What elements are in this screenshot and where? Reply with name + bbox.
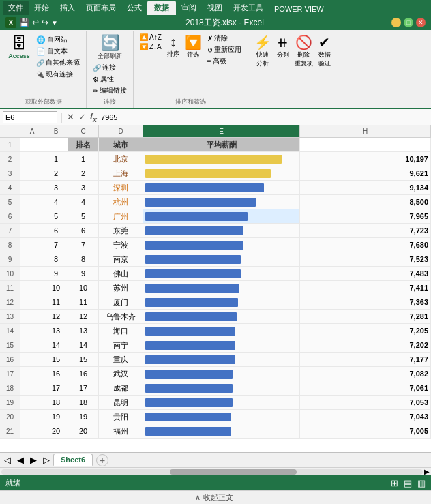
cell-e-salary-bar[interactable] — [143, 267, 300, 280]
tab-developer[interactable]: 开发工具 — [228, 1, 269, 15]
cell-h-salary-val[interactable]: 7,363 — [300, 295, 431, 309]
cell-a[interactable] — [20, 396, 44, 409]
cell-c-rank[interactable]: 9 — [68, 267, 99, 280]
cell-d-city[interactable]: 上海 — [99, 166, 143, 180]
cell-e-salary-bar[interactable] — [143, 295, 300, 309]
maximize-button[interactable]: □ — [404, 18, 413, 27]
cell-h-salary-val[interactable]: 7,281 — [300, 310, 431, 323]
cancel-formula-button[interactable]: ✕ — [65, 112, 76, 122]
col-header-c[interactable]: C — [68, 125, 99, 137]
cell-d-city[interactable]: 广州 — [99, 209, 143, 223]
cell-d-city[interactable]: 深圳 — [99, 181, 143, 194]
existing-connection-button[interactable]: 🔌 现有连接 — [34, 69, 82, 80]
cell-h-salary-val[interactable]: 9,134 — [300, 181, 431, 194]
connect-button[interactable]: 🔗 连接 — [91, 62, 129, 73]
properties-button[interactable]: ⚙ 属性 — [91, 74, 129, 85]
cell-e-salary-bar[interactable] — [143, 396, 300, 409]
sort-za-button[interactable]: 🔽 Z↓A — [138, 42, 164, 51]
cell-d-city[interactable]: 福州 — [99, 424, 143, 438]
cell-b-rank[interactable]: 18 — [44, 396, 68, 409]
cell-d-city[interactable]: 贵阳 — [99, 410, 143, 424]
cell-h-salary-val[interactable]: 7,177 — [300, 353, 431, 366]
cell-a[interactable] — [20, 195, 44, 209]
cell-c-rank[interactable]: 5 — [68, 209, 99, 223]
cell-b-rank[interactable]: 14 — [44, 338, 68, 352]
cell-d-city[interactable]: 杭州 — [99, 195, 143, 209]
scrollbar-thumb[interactable] — [170, 469, 296, 475]
cell-h-salary-val[interactable]: 7,053 — [300, 396, 431, 409]
page-break-icon[interactable]: ▥ — [417, 478, 426, 488]
cell-c-rank[interactable]: 19 — [68, 410, 99, 424]
cell-b-rank[interactable]: 3 — [44, 181, 68, 194]
cell-c-rank[interactable]: 14 — [68, 338, 99, 352]
col-header-b[interactable]: B — [44, 125, 68, 137]
page-layout-icon[interactable]: ▤ — [404, 478, 412, 488]
cell-h-salary-val[interactable]: 7,205 — [300, 324, 431, 338]
cell-b-rank[interactable]: 6 — [44, 224, 68, 237]
cell-c-rank[interactable]: 16 — [68, 367, 99, 381]
cell-d1-city[interactable]: 城市 — [99, 138, 143, 151]
cell-b1[interactable] — [44, 138, 68, 151]
collapse-bar[interactable]: ∧ 收起正文 — [0, 490, 431, 504]
cell-b-rank[interactable]: 19 — [44, 410, 68, 424]
normal-view-icon[interactable]: ⊞ — [391, 478, 398, 488]
split-col-btn[interactable]: ⧺ 分列 — [275, 33, 291, 70]
cell-h-salary-val[interactable]: 7,202 — [300, 338, 431, 352]
cell-c-rank[interactable]: 4 — [68, 195, 99, 209]
col-header-e[interactable]: E — [143, 125, 300, 137]
cell-c-rank[interactable]: 7 — [68, 238, 99, 252]
cell-e-salary-bar[interactable] — [143, 367, 300, 381]
cell-b-rank[interactable]: 8 — [44, 252, 68, 266]
cell-a[interactable] — [20, 224, 44, 237]
cell-a[interactable] — [20, 238, 44, 252]
cell-a[interactable] — [20, 424, 44, 438]
cell-e-salary-bar[interactable] — [143, 324, 300, 338]
cell-d-city[interactable]: 成都 — [99, 381, 143, 395]
tab-data[interactable]: 数据 — [147, 1, 176, 15]
cell-d-city[interactable]: 宁波 — [99, 238, 143, 252]
cell-e-salary-bar[interactable] — [143, 353, 300, 366]
name-box[interactable] — [3, 111, 57, 123]
tab-insert[interactable]: 插入 — [55, 1, 80, 15]
quick-analysis-btn[interactable]: ⚡ 快速分析 — [252, 33, 273, 70]
cell-b-rank[interactable]: 4 — [44, 195, 68, 209]
cell-b-rank[interactable]: 1 — [44, 152, 68, 166]
cell-h-salary-val[interactable]: 7,965 — [300, 209, 431, 223]
cell-b-rank[interactable]: 17 — [44, 381, 68, 395]
remove-dup-btn[interactable]: 🚫 删除重复项 — [293, 33, 315, 70]
cell-c-rank[interactable]: 11 — [68, 295, 99, 309]
sheet-nav-right[interactable]: ▷ — [40, 455, 53, 465]
cell-b-rank[interactable]: 7 — [44, 238, 68, 252]
horizontal-scrollbar[interactable]: ▶ — [0, 467, 431, 475]
cell-d-city[interactable]: 南京 — [99, 252, 143, 266]
cell-a1[interactable] — [20, 138, 44, 151]
cell-e-salary-bar[interactable] — [143, 238, 300, 252]
cell-a[interactable] — [20, 310, 44, 323]
cell-a[interactable] — [20, 324, 44, 338]
website-button[interactable]: 🌐 自网站 — [34, 34, 82, 45]
cell-h-salary-val[interactable]: 7,680 — [300, 238, 431, 252]
clear-button[interactable]: ✗ 清除 — [205, 33, 243, 44]
cell-b-rank[interactable]: 16 — [44, 367, 68, 381]
cell-a[interactable] — [20, 353, 44, 366]
cell-h-salary-val[interactable]: 7,043 — [300, 410, 431, 424]
cell-h-salary-val[interactable]: 7,061 — [300, 381, 431, 395]
cell-h-salary-val[interactable]: 7,411 — [300, 281, 431, 295]
sheet-nav-right2[interactable]: ▶ — [27, 455, 40, 465]
qat-redo[interactable]: ↪ — [42, 18, 48, 27]
cell-d-city[interactable]: 东莞 — [99, 224, 143, 237]
cell-e-salary-bar[interactable] — [143, 310, 300, 323]
cell-d-city[interactable]: 重庆 — [99, 353, 143, 366]
sheet-nav-left[interactable]: ◁ — [1, 455, 14, 465]
qat-save[interactable]: 💾 — [19, 18, 29, 27]
cell-b-rank[interactable]: 9 — [44, 267, 68, 280]
reapply-button[interactable]: ↺ 重新应用 — [205, 44, 243, 55]
tab-page-layout[interactable]: 页面布局 — [80, 1, 121, 15]
cell-h-salary-val[interactable]: 7,483 — [300, 267, 431, 280]
cell-d-city[interactable]: 乌鲁木齐 — [99, 310, 143, 323]
cell-b-rank[interactable]: 5 — [44, 209, 68, 223]
cell-a[interactable] — [20, 209, 44, 223]
col-header-d[interactable]: D — [99, 125, 143, 137]
cell-a[interactable] — [20, 181, 44, 194]
cell-e-salary-bar[interactable] — [143, 381, 300, 395]
